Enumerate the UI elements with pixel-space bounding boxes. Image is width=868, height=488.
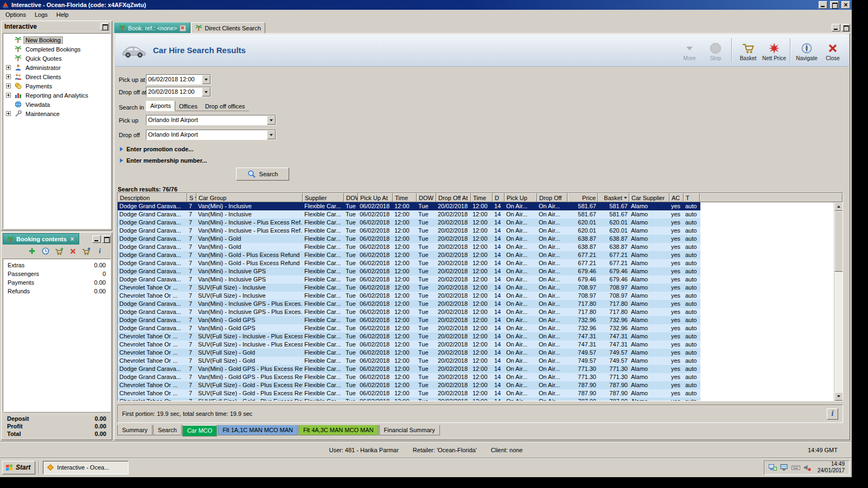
start-button[interactable]: Start — [2, 461, 35, 474]
expand-plus-icon[interactable] — [6, 93, 11, 98]
bottom-tab-summary[interactable]: Summary — [117, 425, 152, 435]
sidebar-item-viewdata[interactable]: Viewdata — [3, 100, 110, 109]
tray-keyboard-icon[interactable] — [792, 464, 800, 471]
table-row[interactable]: Chevrolet Tahoe Or ...7SUV(Full Size) - … — [118, 332, 700, 341]
column-header-car-supplier[interactable]: Car Supplier — [629, 193, 669, 202]
maximize-button[interactable] — [830, 1, 839, 9]
table-row[interactable]: Dodge Grand Carava...7Van(Mini) - Gold -… — [118, 251, 700, 259]
sidebar-item-direct-clients[interactable]: Direct Clients — [3, 72, 110, 81]
table-row[interactable]: Chevrolet Tahoe Or ...7SUV(Full Size) - … — [118, 341, 700, 349]
chevron-down-icon[interactable] — [202, 75, 210, 84]
column-header-time[interactable]: Time — [393, 193, 417, 202]
expand-plus-icon[interactable] — [6, 84, 11, 88]
pick-up-at-value[interactable]: 06/02/2018 12:00 — [146, 75, 202, 84]
table-row[interactable]: Dodge Grand Carava...7Van(Mini) - Inclus… — [118, 219, 700, 227]
chevron-down-icon[interactable] — [202, 87, 210, 97]
taskbar-task-button[interactable]: Interactive - Ocea... — [43, 461, 129, 474]
table-row[interactable]: Dodge Grand Carava...7Van(Mini) - Gold G… — [118, 373, 700, 381]
sidebar-item-reporting-and-analytics[interactable]: Reporting and Analytics — [3, 91, 110, 100]
tray-volume-icon[interactable] — [803, 464, 812, 471]
table-row[interactable]: Dodge Grand Carava...7Van(Mini) - Inclus… — [118, 202, 700, 210]
table-row[interactable]: Dodge Grand Carava...7Van(Mini) - Inclus… — [118, 308, 700, 316]
column-header-supplier[interactable]: Supplier — [303, 193, 344, 202]
scroll-up-icon[interactable] — [834, 202, 843, 211]
search-in-tab-offices[interactable]: Offices — [175, 102, 201, 111]
pick-up-at-combo[interactable]: 06/02/2018 12:00 — [146, 74, 211, 85]
table-row[interactable]: Chevrolet Tahoe Or ...7SUV(Full Size) - … — [118, 397, 700, 401]
bottom-tab-financial-summary[interactable]: Financial Summary — [379, 425, 440, 435]
table-row[interactable]: Chevrolet Tahoe Or ...7SUV(Full Size) - … — [118, 381, 700, 389]
bottom-tab-flt-1a-1c-man-mco-man[interactable]: Flt 1A,1C MAN MCO MAN — [218, 425, 298, 435]
column-header-drop-off-at[interactable]: Drop Off At — [436, 193, 471, 202]
basket-button[interactable]: Basket — [735, 39, 761, 61]
table-row[interactable]: Dodge Grand Carava...7Van(Mini) - GoldFl… — [118, 243, 700, 251]
booking-contents-tab[interactable]: Booking contents — [3, 233, 79, 245]
navigate-button[interactable]: Navigate — [794, 39, 820, 61]
column-header-time[interactable]: Time — [471, 193, 493, 202]
sidebar-item-new-booking[interactable]: New Booking — [3, 35, 110, 44]
table-row[interactable]: Chevrolet Tahoe Or ...7SUV(Full Size) - … — [118, 349, 700, 357]
column-header-dow[interactable]: DOW — [344, 193, 358, 202]
promotion-code-expander[interactable]: Enter promotion code... — [120, 146, 193, 152]
scroll-down-icon[interactable] — [834, 392, 843, 401]
close-button[interactable]: Close — [820, 39, 846, 61]
basket-up-icon[interactable] — [82, 247, 91, 255]
bottom-tab-flt-4a-3c-man-mco-man[interactable]: Flt 4A,3C MAN MCO MAN — [298, 425, 379, 435]
bottom-tab-search[interactable]: Search — [153, 425, 182, 435]
menu-help[interactable]: Help — [52, 10, 73, 19]
sidebar-item-payments[interactable]: Payments — [3, 81, 110, 91]
mdi-minimize-button[interactable] — [832, 24, 840, 31]
tray-network-icon[interactable] — [769, 464, 777, 471]
column-header-car-group[interactable]: Car Group — [196, 193, 303, 202]
tab-book-ref-none[interactable]: Book. ref.: <none> — [114, 22, 190, 33]
add-icon[interactable] — [28, 247, 36, 255]
info-icon[interactable]: i — [95, 247, 104, 255]
table-row[interactable]: Chevrolet Tahoe Or ...7SUV(Full Size) - … — [118, 284, 700, 292]
table-row[interactable]: Dodge Grand Carava...7Van(Mini) - Inclus… — [118, 227, 700, 235]
minimize-button[interactable] — [819, 1, 827, 9]
table-row[interactable]: Chevrolet Tahoe Or ...7SUV(Full Size) - … — [118, 357, 700, 365]
info-button[interactable] — [827, 408, 838, 420]
expand-plus-icon[interactable] — [6, 111, 11, 116]
mdi-restore-button[interactable] — [841, 24, 850, 31]
column-header-ac[interactable]: AC — [669, 193, 684, 202]
search-in-tab-drop-off-offices[interactable]: Drop off offices — [201, 102, 249, 111]
sidebar-item-administrator[interactable]: Administrator — [3, 63, 110, 72]
tab-close-icon[interactable] — [180, 25, 186, 31]
column-header-dow[interactable]: DOW — [417, 193, 436, 202]
column-header-t[interactable]: T — [684, 193, 700, 202]
column-header-s[interactable]: S — [187, 193, 196, 202]
table-row[interactable]: Dodge Grand Carava...7Van(Mini) - Inclus… — [118, 210, 700, 219]
tray-display-icon[interactable] — [780, 464, 789, 471]
column-header-pick-up[interactable]: Pick Up — [505, 193, 537, 202]
column-header-price[interactable]: Price — [567, 193, 598, 202]
basket-add-icon[interactable] — [55, 247, 63, 255]
expand-plus-icon[interactable] — [6, 74, 11, 79]
drop-off-combo[interactable]: Orlando Intl Airport — [146, 130, 276, 140]
vertical-scrollbar[interactable] — [834, 202, 843, 401]
booking-restore-button[interactable] — [102, 235, 111, 243]
sidebar-item-completed-bookings[interactable]: Completed Bookings — [3, 44, 110, 54]
pick-up-combo[interactable]: Orlando Intl Airport — [146, 115, 276, 125]
scrollbar-thumb[interactable] — [834, 211, 843, 272]
sidebar-item-quick-quotes[interactable]: Quick Quotes — [3, 54, 110, 63]
table-row[interactable]: Dodge Grand Carava...7Van(Mini) - Gold -… — [118, 259, 700, 267]
sidebar-collapse-button[interactable] — [100, 23, 109, 30]
column-header-description[interactable]: Description — [118, 193, 187, 202]
close-window-button[interactable] — [841, 1, 850, 9]
column-header-d[interactable]: D — [493, 193, 505, 202]
table-row[interactable]: Chevrolet Tahoe Or ...7SUV(Full Size) - … — [118, 292, 700, 300]
nett-price-button[interactable]: Nett Price — [761, 39, 787, 61]
table-row[interactable]: Dodge Grand Carava...7Van(Mini) - Inclus… — [118, 267, 700, 275]
membership-number-expander[interactable]: Enter membership number... — [120, 157, 207, 164]
menu-logs[interactable]: Logs — [30, 10, 52, 19]
column-header-drop-off[interactable]: Drop Off — [537, 193, 567, 202]
drop-off-at-value[interactable]: 20/02/2018 12:00 — [146, 87, 202, 97]
sidebar-item-maintenance[interactable]: Maintenance — [3, 109, 110, 118]
table-row[interactable]: Dodge Grand Carava...7Van(Mini) - Inclus… — [118, 275, 700, 284]
schedule-icon[interactable] — [41, 247, 50, 255]
bottom-tab-car-mco[interactable]: Car MCO — [182, 425, 217, 436]
table-row[interactable]: Chevrolet Tahoe Or ...7SUV(Full Size) - … — [118, 389, 700, 397]
chevron-down-icon[interactable] — [267, 130, 276, 139]
tab-direct-clients-search[interactable]: Direct Clients Search — [191, 22, 265, 33]
